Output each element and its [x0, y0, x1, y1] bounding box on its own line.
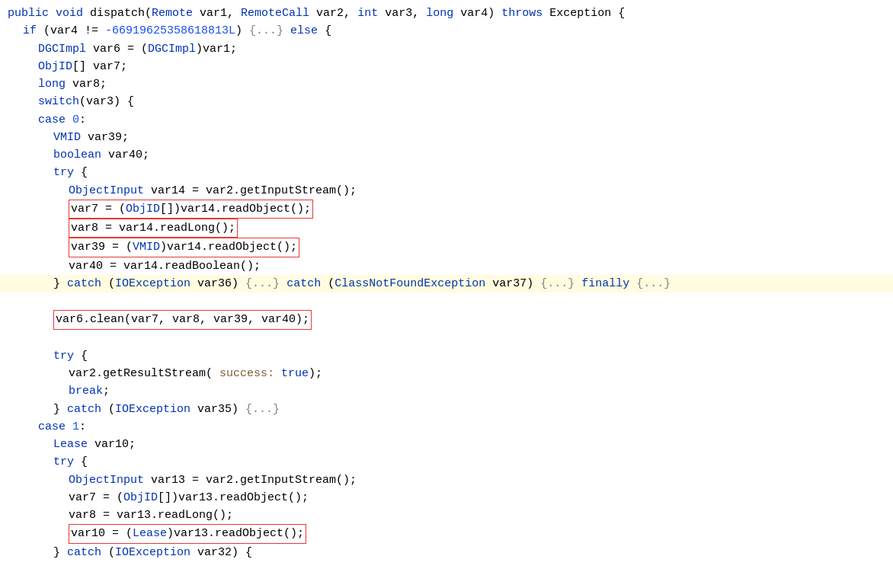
- code-line: try {: [0, 347, 893, 365]
- code-line: DGCImpl var6 = (DGCImpl)var1;: [0, 40, 893, 58]
- code-line: var40 = var14.readBoolean();: [0, 257, 893, 275]
- highlighted-code-block: var7 = (ObjID[])var14.readObject();: [69, 200, 313, 219]
- code-line: boolean var40;: [0, 146, 893, 164]
- code-line: var8 = var14.readLong();: [0, 219, 893, 238]
- code-line: [0, 330, 893, 347]
- code-line: VMID var39;: [0, 129, 893, 146]
- code-line: var7 = (ObjID[])var14.readObject();: [0, 200, 893, 219]
- code-line: } catch (IOException var32) {: [0, 544, 893, 561]
- code-line: case 0:: [0, 111, 893, 129]
- code-line: Lease var10;: [0, 436, 893, 453]
- code-line: public void dispatch(Remote var1, Remote…: [0, 5, 893, 22]
- code-line: case 1:: [0, 418, 893, 436]
- code-line: var7 = (ObjID[])var13.readObject();: [0, 489, 893, 507]
- highlighted-code-block: var8 = var14.readLong();: [69, 219, 238, 238]
- code-line: long var8;: [0, 75, 893, 93]
- code-line: ObjectInput var14 = var2.getInputStream(…: [0, 182, 893, 200]
- highlighted-code-block: var10 = (Lease)var13.readObject();: [69, 524, 306, 543]
- code-line: [0, 292, 893, 310]
- highlighted-code-block: var6.clean(var7, var8, var39, var40);: [53, 310, 312, 329]
- code-line: break;: [0, 382, 893, 400]
- code-line: try {: [0, 453, 893, 471]
- code-line: var8 = var13.readLong();: [0, 507, 893, 524]
- code-line: var6.clean(var7, var8, var39, var40);: [0, 310, 893, 329]
- code-line: } catch (IOException var36) {...} catch …: [0, 275, 893, 292]
- code-line: ObjID[] var7;: [0, 58, 893, 75]
- code-line: } catch (IOException var35) {...}: [0, 401, 893, 418]
- code-line: ObjectInput var13 = var2.getInputStream(…: [0, 471, 893, 489]
- code-line: var2.getResultStream( success: true);: [0, 365, 893, 382]
- code-line: switch(var3) {: [0, 93, 893, 110]
- highlighted-code-block: var39 = (VMID)var14.readObject();: [69, 238, 299, 257]
- code-line: var39 = (VMID)var14.readObject();: [0, 238, 893, 257]
- code-line: var10 = (Lease)var13.readObject();: [0, 524, 893, 543]
- code-view: public void dispatch(Remote var1, Remote…: [0, 0, 893, 588]
- keyword: public: [8, 5, 56, 22]
- code-line: if (var4 != -66919625358618813L) {...} e…: [0, 22, 893, 40]
- code-line: try {: [0, 164, 893, 181]
